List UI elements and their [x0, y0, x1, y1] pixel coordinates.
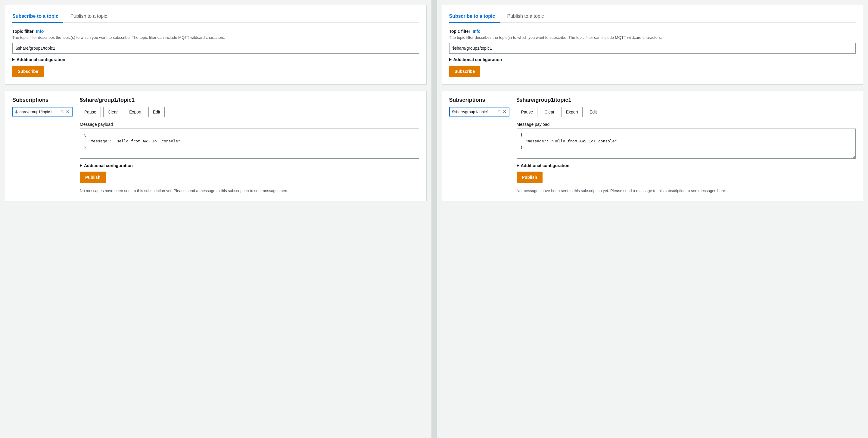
left-publish-chevron-icon: [80, 164, 82, 167]
right-tabs: Subscribe to a topic Publish to a topic: [449, 11, 856, 23]
right-action-buttons: Pause Clear Export Edit: [517, 107, 856, 117]
right-subscription-topic: $share/group1/topic1: [452, 110, 496, 114]
right-info-link[interactable]: Info: [473, 29, 480, 34]
left-export-button[interactable]: Export: [125, 107, 146, 117]
right-tab-publish[interactable]: Publish to a topic: [507, 11, 549, 23]
left-payload-textarea[interactable]: { "message": "Hello from AWS IoT console…: [80, 129, 419, 159]
left-clear-button[interactable]: Clear: [103, 107, 122, 117]
right-topic-title: $share/group1/topic1: [517, 97, 856, 103]
right-main-col: $share/group1/topic1 Pause Clear Export …: [517, 97, 856, 194]
right-subscription-item[interactable]: $share/group1/topic1 ♡ ✕: [449, 107, 509, 117]
left-subscription-item[interactable]: $share/group1/topic1 ♡ ✕: [12, 107, 72, 117]
left-payload-label: Message payload: [80, 122, 419, 127]
left-subscribe-button[interactable]: Subscribe: [12, 66, 44, 77]
left-publish-additional-config[interactable]: Additional configuration: [80, 163, 419, 168]
left-topic-filter-desc: The topic filter describes the topic(s) …: [12, 35, 419, 40]
right-payload-label: Message payload: [517, 122, 856, 127]
left-subscriptions-title: Subscriptions: [12, 97, 72, 103]
left-main-col: $share/group1/topic1 Pause Clear Export …: [80, 97, 419, 194]
left-subscription-topic: $share/group1/topic1: [16, 110, 60, 114]
left-bottom-layout: Subscriptions $share/group1/topic1 ♡ ✕ $…: [12, 97, 419, 194]
right-clear-button[interactable]: Clear: [540, 107, 559, 117]
left-pause-button[interactable]: Pause: [80, 107, 101, 117]
left-action-buttons: Pause Clear Export Edit: [80, 107, 419, 117]
right-publish-additional-config[interactable]: Additional configuration: [517, 163, 856, 168]
left-heart-icon[interactable]: ♡: [61, 109, 65, 114]
right-topic-filter-label: Topic filter: [449, 29, 471, 34]
right-heart-icon[interactable]: ♡: [498, 109, 502, 114]
right-subscriptions-col: Subscriptions $share/group1/topic1 ♡ ✕: [449, 97, 509, 194]
panel-divider: [431, 0, 437, 438]
right-close-icon[interactable]: ✕: [503, 109, 506, 114]
left-additional-config-toggle[interactable]: Additional configuration: [12, 57, 419, 62]
right-no-messages: No messages have been sent to this subsc…: [517, 188, 856, 194]
left-panel: Subscribe to a topic Publish to a topic …: [0, 0, 431, 438]
right-topic-filter-input[interactable]: [449, 43, 856, 54]
right-topic-filter-desc: The topic filter describes the topic(s) …: [449, 35, 856, 40]
left-publish-button[interactable]: Publish: [80, 171, 106, 183]
right-payload-textarea[interactable]: { "message": "Hello from AWS IoT console…: [517, 129, 856, 159]
left-topic-filter-label: Topic filter: [12, 29, 34, 34]
right-export-button[interactable]: Export: [561, 107, 583, 117]
left-bottom-section: Subscriptions $share/group1/topic1 ♡ ✕ $…: [5, 91, 427, 201]
left-topic-filter-input[interactable]: [12, 43, 419, 54]
left-close-icon[interactable]: ✕: [66, 109, 69, 114]
right-publish-chevron-icon: [517, 164, 519, 167]
right-topic-filter-label-row: Topic filter Info: [449, 29, 856, 34]
right-additional-config-toggle[interactable]: Additional configuration: [449, 57, 856, 62]
right-bottom-layout: Subscriptions $share/group1/topic1 ♡ ✕ $…: [449, 97, 856, 194]
left-subscriptions-col: Subscriptions $share/group1/topic1 ♡ ✕: [12, 97, 72, 194]
left-no-messages: No messages have been sent to this subsc…: [80, 188, 419, 194]
right-edit-button[interactable]: Edit: [585, 107, 601, 117]
left-subscribe-section: Subscribe to a topic Publish to a topic …: [5, 5, 427, 85]
left-tabs: Subscribe to a topic Publish to a topic: [12, 11, 419, 23]
right-panel: Subscribe to a topic Publish to a topic …: [437, 0, 868, 438]
left-topic-title: $share/group1/topic1: [80, 97, 419, 103]
right-bottom-section: Subscriptions $share/group1/topic1 ♡ ✕ $…: [442, 91, 864, 201]
left-topic-filter-label-row: Topic filter Info: [12, 29, 419, 34]
right-pause-button[interactable]: Pause: [517, 107, 538, 117]
left-tab-subscribe[interactable]: Subscribe to a topic: [12, 11, 63, 23]
right-tab-subscribe[interactable]: Subscribe to a topic: [449, 11, 500, 23]
left-chevron-icon: [12, 58, 15, 61]
left-tab-publish[interactable]: Publish to a topic: [70, 11, 112, 23]
right-subscribe-section: Subscribe to a topic Publish to a topic …: [442, 5, 864, 85]
left-info-link[interactable]: Info: [36, 29, 44, 34]
right-subscriptions-title: Subscriptions: [449, 97, 509, 103]
right-chevron-icon: [449, 58, 452, 61]
left-edit-button[interactable]: Edit: [149, 107, 165, 117]
right-publish-button[interactable]: Publish: [517, 171, 543, 183]
right-subscribe-button[interactable]: Subscribe: [449, 66, 480, 77]
